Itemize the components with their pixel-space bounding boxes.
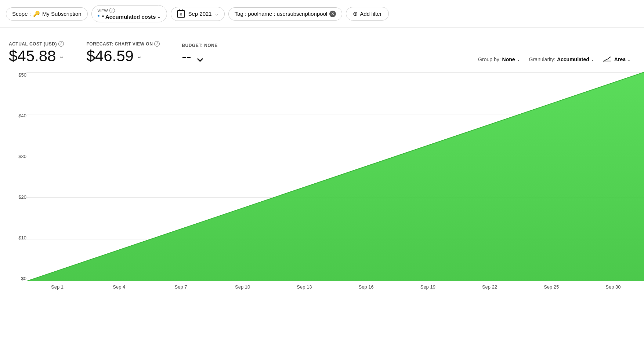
view-value-label: * * Accumulated costs ⌄: [98, 14, 161, 20]
chart-container: $0 $10 $20 $30 $40 $50: [0, 69, 644, 296]
budget-label: BUDGET: NONE: [182, 43, 217, 48]
granularity-value: Accumulated: [557, 56, 589, 62]
date-selector[interactable]: ⊞ Sep 2021 ⌄: [171, 7, 224, 21]
actual-cost-caret[interactable]: ⌄: [59, 52, 64, 60]
x-label-sep22: Sep 22: [459, 284, 520, 290]
granularity-selector[interactable]: Granularity: Accumulated ⌄: [525, 54, 599, 65]
forecast-info-icon[interactable]: i: [154, 41, 160, 47]
y-axis: $0 $10 $20 $30 $40 $50: [0, 69, 26, 296]
date-chevron-icon: ⌄: [215, 11, 218, 16]
actual-cost-info-icon[interactable]: i: [58, 41, 64, 47]
group-by-label: Group by:: [478, 56, 500, 62]
forecast-value: $46.59 ⌄: [86, 47, 160, 65]
forecast-label: FORECAST: CHART VIEW ON i: [86, 41, 160, 47]
view-label: VIEW i: [98, 8, 115, 13]
date-label: Sep 2021: [188, 11, 211, 17]
scope-prefix-label: Scope :: [12, 11, 31, 17]
x-label-sep10: Sep 10: [212, 284, 274, 290]
actual-cost-value: $45.88 ⌄: [9, 47, 64, 65]
view-info-icon[interactable]: i: [109, 8, 115, 13]
add-filter-label: Add filter: [360, 11, 381, 17]
chart-type-selector[interactable]: Area ⌄: [599, 54, 635, 65]
area-chart-icon: [603, 56, 611, 63]
add-filter-button[interactable]: ⊕ Add filter: [346, 7, 388, 21]
group-by-value: None: [502, 56, 515, 62]
tag-label: Tag : poolname : usersubscriptionpool: [235, 11, 328, 17]
view-selector[interactable]: VIEW i * * Accumulated costs ⌄: [91, 5, 167, 22]
x-axis: Sep 1 Sep 4 Sep 7 Sep 10 Sep 13 Sep 16 S…: [26, 281, 644, 296]
tag-filter: Tag : poolname : usersubscriptionpool ✕: [228, 7, 343, 21]
chart-type-chevron-icon: ⌄: [627, 57, 631, 62]
budget-block: BUDGET: NONE -- ⌄: [182, 43, 217, 65]
forecast-block: FORECAST: CHART VIEW ON i $46.59 ⌄: [86, 41, 160, 65]
scope-name-label: My Subscription: [42, 11, 82, 17]
chart-inner: $0 $10 $20 $30 $40 $50: [0, 69, 644, 296]
group-by-chevron-icon: ⌄: [517, 57, 520, 62]
x-label-sep7: Sep 7: [150, 284, 211, 290]
add-filter-icon: ⊕: [353, 10, 358, 17]
group-by-selector[interactable]: Group by: None ⌄: [474, 54, 524, 65]
area-chart-svg: [26, 72, 644, 281]
y-label-20: $20: [7, 194, 26, 200]
x-label-sep13: Sep 13: [274, 284, 335, 290]
tag-remove-button[interactable]: ✕: [329, 11, 336, 17]
y-label-40: $40: [7, 113, 26, 118]
scope-button[interactable]: Scope : 🔑 My Subscription: [6, 7, 88, 21]
x-label-sep25: Sep 25: [521, 284, 582, 290]
budget-caret[interactable]: ⌄: [194, 49, 206, 65]
chart-type-value: Area: [614, 56, 626, 62]
budget-value: -- ⌄: [182, 49, 217, 65]
actual-cost-label: ACTUAL COST (USD) i: [9, 41, 64, 47]
x-label-sep30: Sep 30: [582, 284, 644, 290]
y-label-30: $30: [7, 154, 26, 159]
forecast-caret[interactable]: ⌄: [137, 52, 142, 60]
scope-key-icon: 🔑: [33, 11, 40, 17]
y-label-50: $50: [7, 72, 26, 78]
actual-cost-block: ACTUAL COST (USD) i $45.88 ⌄: [9, 41, 64, 65]
granularity-chevron-icon: ⌄: [591, 57, 594, 62]
granularity-label: Granularity:: [529, 56, 556, 62]
x-label-sep4: Sep 4: [88, 284, 150, 290]
x-label-sep16: Sep 16: [335, 284, 397, 290]
chart-plot: Sep 1 Sep 4 Sep 7 Sep 10 Sep 13 Sep 16 S…: [26, 69, 644, 296]
y-label-0: $0: [7, 276, 26, 281]
y-label-10: $10: [7, 235, 26, 241]
x-label-sep19: Sep 19: [397, 284, 459, 290]
toolbar: Scope : 🔑 My Subscription VIEW i * * Acc…: [0, 0, 644, 28]
calendar-icon: ⊞: [177, 10, 185, 18]
svg-rect-0: [603, 60, 611, 62]
x-label-sep1: Sep 1: [26, 284, 88, 290]
